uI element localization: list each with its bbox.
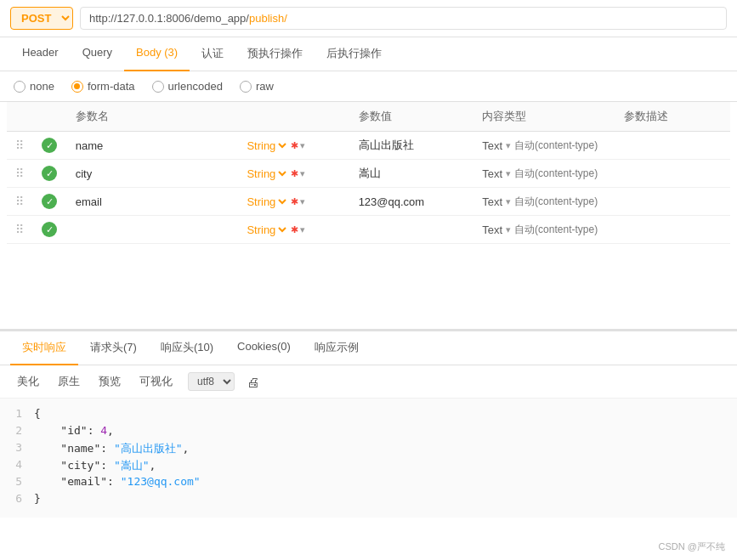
code-area: 1 { 2 "id": 4, 3 "name": "高山出版社", 4 "cit… (0, 399, 737, 518)
format-bar: 美化 原生 预览 可视化 utf8 🖨 (0, 365, 737, 399)
code-line: 4 "city": "嵩山", (0, 458, 737, 475)
code-line: 5 "email": "123@qq.com" (0, 475, 737, 492)
tab-header[interactable]: Header (10, 37, 71, 71)
param-description[interactable] (615, 160, 730, 188)
format-preview[interactable]: 预览 (95, 372, 124, 391)
print-icon[interactable]: 🖨 (247, 375, 259, 389)
content-type-text: Text (482, 139, 502, 152)
chevron-down-icon: ▾ (300, 140, 305, 151)
code-line: 1 { (0, 407, 737, 424)
response-tabs: 实时响应 请求头(7) 响应头(10) Cookies(0) 响应示例 (0, 331, 737, 365)
table-row: ⠿ ✓ email String ✱ ▾ 123@qq.com Text ▾ 自… (7, 188, 730, 216)
type-select[interactable]: String (243, 223, 289, 237)
format-visualize[interactable]: 可视化 (136, 372, 176, 391)
col-header-type (235, 102, 349, 132)
drag-handle[interactable]: ⠿ (15, 195, 24, 208)
drag-handle[interactable]: ⠿ (15, 167, 24, 180)
nav-tabs: Header Query Body (3) 认证 预执行操作 后执行操作 (0, 37, 737, 71)
auto-content-type: 自动(content-type) (514, 195, 598, 209)
auto-content-type: 自动(content-type) (514, 139, 598, 153)
param-name[interactable]: city (67, 160, 235, 188)
type-select[interactable]: String (243, 195, 289, 209)
params-table: 参数名 参数值 内容类型 参数描述 ⠿ ✓ name String ✱ ▾ (7, 102, 730, 244)
radio-urlencoded[interactable]: urlencoded (152, 80, 223, 93)
tab-body[interactable]: Body (3) (124, 37, 190, 71)
param-name[interactable] (67, 216, 235, 244)
tab-realtime[interactable]: 实时响应 (10, 331, 78, 365)
required-asterisk: ✱ (291, 224, 298, 235)
param-value[interactable]: 123@qq.com (350, 188, 474, 216)
params-table-wrapper: 参数名 参数值 内容类型 参数描述 ⠿ ✓ name String ✱ ▾ (0, 102, 737, 244)
enabled-check[interactable]: ✓ (42, 194, 57, 209)
tab-post-exec[interactable]: 后执行操作 (315, 37, 394, 71)
auto-content-type: 自动(content-type) (514, 167, 598, 181)
code-line: 3 "name": "高山出版社", (0, 441, 737, 458)
code-line: 6 } (0, 492, 737, 509)
radio-form-data[interactable]: form-data (71, 80, 135, 93)
response-section: 实时响应 请求头(7) 响应头(10) Cookies(0) 响应示例 美化 原… (0, 329, 737, 518)
table-row: ⠿ ✓ name String ✱ ▾ 高山出版社 Text ▾ 自动(cont… (7, 132, 730, 160)
col-header-desc: 参数描述 (615, 102, 730, 132)
table-row: ⠿ ✓ city String ✱ ▾ 嵩山 Text ▾ 自动(content… (7, 160, 730, 188)
content-chevron-icon[interactable]: ▾ (506, 224, 511, 235)
param-value[interactable]: 高山出版社 (350, 132, 474, 160)
param-name[interactable]: name (67, 132, 235, 160)
spacer (0, 244, 737, 320)
chevron-down-icon: ▾ (300, 196, 305, 207)
content-type-text: Text (482, 223, 502, 236)
content-chevron-icon[interactable]: ▾ (506, 140, 511, 151)
col-header-value: 参数值 (350, 102, 474, 132)
watermark: CSDN @严不纯 (659, 540, 725, 553)
enabled-check[interactable]: ✓ (42, 138, 57, 153)
content-chevron-icon[interactable]: ▾ (506, 168, 511, 179)
type-select[interactable]: String (243, 139, 289, 153)
tab-auth[interactable]: 认证 (190, 37, 235, 71)
tab-response-example[interactable]: 响应示例 (303, 331, 371, 365)
enabled-check[interactable]: ✓ (42, 222, 57, 237)
radio-none[interactable]: none (14, 80, 54, 93)
body-type-row: none form-data urlencoded raw (0, 71, 737, 102)
type-select[interactable]: String (243, 167, 289, 181)
url-base: http://127.0.0.1:8006/demo_app/ (89, 12, 249, 25)
tab-cookies[interactable]: Cookies(0) (225, 331, 303, 365)
param-value[interactable] (350, 216, 474, 244)
chevron-down-icon: ▾ (300, 168, 305, 179)
content-chevron-icon[interactable]: ▾ (506, 196, 511, 207)
tab-pre-exec[interactable]: 预执行操作 (235, 37, 315, 71)
code-line: 2 "id": 4, (0, 424, 737, 441)
tab-query[interactable]: Query (71, 37, 124, 71)
param-description[interactable] (615, 188, 730, 216)
content-type-text: Text (482, 195, 502, 208)
content-type-text: Text (482, 167, 502, 180)
radio-raw[interactable]: raw (240, 80, 274, 93)
format-beautify[interactable]: 美化 (14, 372, 43, 391)
url-bar: POST http://127.0.0.1:8006/demo_app/ pub… (0, 0, 737, 37)
chevron-down-icon: ▾ (300, 224, 305, 235)
tab-request-headers[interactable]: 请求头(7) (78, 331, 149, 365)
url-path: publish/ (249, 12, 287, 25)
auto-content-type: 自动(content-type) (514, 223, 598, 237)
required-asterisk: ✱ (291, 196, 298, 207)
encoding-select[interactable]: utf8 (188, 372, 235, 391)
enabled-check[interactable]: ✓ (42, 166, 57, 181)
drag-handle[interactable]: ⠿ (15, 223, 24, 236)
required-asterisk: ✱ (291, 168, 298, 179)
method-select[interactable]: POST (10, 7, 73, 30)
col-header-name: 参数名 (67, 102, 235, 132)
table-row: ⠿ ✓ String ✱ ▾ Text ▾ 自动(content-type) (7, 216, 730, 244)
col-header-content: 内容类型 (473, 102, 615, 132)
format-raw[interactable]: 原生 (54, 372, 83, 391)
param-value[interactable]: 嵩山 (350, 160, 474, 188)
drag-handle[interactable]: ⠿ (15, 139, 24, 152)
tab-response-headers[interactable]: 响应头(10) (149, 331, 225, 365)
required-asterisk: ✱ (291, 140, 298, 151)
param-description[interactable] (615, 216, 730, 244)
param-description[interactable] (615, 132, 730, 160)
param-name[interactable]: email (67, 188, 235, 216)
